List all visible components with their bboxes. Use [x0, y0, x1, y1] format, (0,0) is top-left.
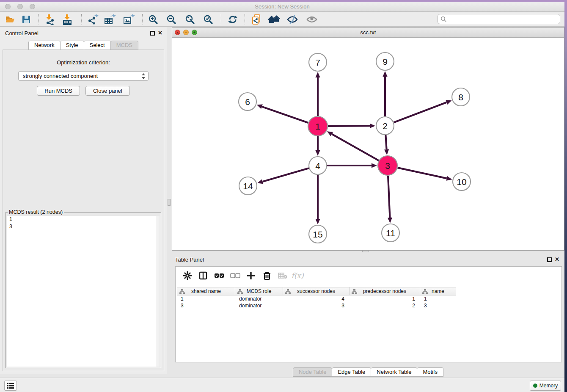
node-label-11: 11	[386, 228, 395, 238]
edge-2-3[interactable]	[385, 135, 386, 149]
table-cell[interactable]: 2	[350, 302, 420, 309]
edge-3-1[interactable]	[332, 134, 379, 161]
mcds-result-line: 3	[7, 223, 160, 230]
column-header-name[interactable]: name	[420, 287, 456, 295]
chevron-updown-icon	[141, 73, 146, 80]
tab-mcds[interactable]: MCDS	[111, 41, 138, 50]
edge-1-6[interactable]	[262, 107, 308, 123]
table-cell[interactable]: 3	[283, 302, 350, 309]
gear-icon	[183, 271, 192, 280]
import-table-icon[interactable]	[62, 14, 74, 25]
export-table-glyph	[104, 14, 116, 25]
minimize-window-icon[interactable]	[17, 4, 23, 9]
copy-network-icon[interactable]	[250, 14, 262, 25]
table-cell[interactable]: 1	[420, 295, 456, 302]
network-canvas[interactable]: 7968124314101511	[172, 38, 564, 250]
float-panel-icon[interactable]	[150, 31, 155, 36]
arrowhead-3-11	[388, 218, 392, 223]
tab-select[interactable]: Select	[84, 41, 111, 50]
edge-3-11[interactable]	[388, 176, 390, 218]
import-network-icon[interactable]	[44, 14, 56, 25]
function-builder-icon[interactable]: f(x)	[292, 270, 303, 282]
open-session-icon[interactable]	[4, 14, 16, 25]
export-image-icon[interactable]	[123, 14, 135, 25]
deselect-all-icon[interactable]	[229, 270, 241, 282]
arrowhead-3-10	[446, 176, 452, 181]
table-cell[interactable]: 3	[420, 302, 456, 309]
close-view-icon[interactable]: x	[175, 30, 180, 35]
node-label-3: 3	[385, 161, 390, 171]
edge-4-14[interactable]	[263, 168, 309, 182]
zoom-out-icon[interactable]	[165, 14, 177, 25]
hierarchy-icon	[179, 289, 185, 294]
table-cell[interactable]: 1	[350, 295, 420, 302]
tab-node-table[interactable]: Node Table	[293, 367, 333, 377]
splitter-grip-vertical[interactable]	[168, 199, 171, 206]
import-table-glyph	[62, 14, 73, 25]
column-label: MCDS role	[247, 288, 272, 294]
maximize-window-icon[interactable]	[30, 4, 35, 9]
table-options-icon[interactable]	[182, 270, 193, 282]
table-row[interactable]: 3dominator323	[177, 302, 456, 309]
edge-2-8[interactable]	[394, 102, 447, 122]
delete-row-icon[interactable]	[261, 270, 273, 282]
copy-network-glyph	[250, 14, 262, 25]
column-header-shared-name[interactable]: shared name	[177, 287, 235, 295]
table-cell[interactable]: dominator	[235, 295, 283, 302]
mcds-result-text[interactable]: 13	[7, 216, 160, 367]
show-column-icon[interactable]	[197, 270, 209, 282]
zoom-fit-icon[interactable]	[184, 14, 196, 25]
maximize-view-icon[interactable]: +	[192, 30, 197, 35]
optimization-criterion-label: Optimization criterion:	[3, 59, 164, 66]
table-row[interactable]: 1dominator411	[177, 295, 456, 302]
edge-3-10[interactable]	[397, 168, 446, 178]
column-header-MCDS-role[interactable]: MCDS role	[235, 287, 283, 295]
table-panel: Table Panel ✕	[172, 252, 564, 379]
memory-button[interactable]: Memory	[530, 381, 561, 391]
close-panel-icon[interactable]: ✕	[158, 30, 162, 36]
scrollbar[interactable]	[157, 216, 160, 367]
column-header-successor-nodes[interactable]: successor nodes	[283, 287, 350, 295]
application-window: Session: New Session	[0, 2, 564, 392]
home-layout-icon[interactable]	[268, 14, 280, 25]
search-field[interactable]	[438, 14, 560, 24]
select-all-icon[interactable]	[213, 270, 225, 282]
task-history-button[interactable]	[4, 381, 17, 391]
arrowhead-2-8	[446, 100, 451, 105]
tab-style[interactable]: Style	[61, 41, 84, 50]
export-table-icon[interactable]	[104, 14, 116, 25]
float-table-panel-icon[interactable]	[547, 257, 552, 262]
add-row-icon[interactable]	[245, 270, 257, 282]
arrowhead-4-15	[315, 219, 320, 224]
close-window-icon[interactable]	[5, 4, 11, 9]
edge-1-2[interactable]	[328, 126, 370, 126]
tab-motifs[interactable]: Motifs	[417, 367, 443, 377]
zoom-selected-icon[interactable]	[202, 14, 214, 25]
tab-network[interactable]: Network	[28, 41, 61, 50]
network-window-titlebar: x − + scc.txt	[172, 28, 564, 38]
column-header-predecessor-nodes[interactable]: predecessor nodes	[350, 287, 420, 295]
minimize-view-icon[interactable]: −	[183, 30, 189, 35]
delete-table-icon[interactable]	[277, 270, 289, 282]
export-network-icon[interactable]	[87, 14, 99, 25]
control-panel-tabs: NetworkStyleSelectMCDS	[0, 41, 167, 50]
tab-network-table[interactable]: Network Table	[371, 367, 417, 377]
table-cell[interactable]: 4	[283, 295, 350, 302]
zoom-in-icon[interactable]	[147, 14, 159, 25]
table-cell[interactable]: dominator	[235, 302, 283, 309]
table-cell[interactable]: 1	[177, 295, 235, 302]
close-panel-button[interactable]: Close panel	[85, 86, 130, 96]
hide-graphics-icon[interactable]	[286, 14, 298, 25]
close-table-panel-icon[interactable]: ✕	[555, 256, 559, 262]
node-label-4: 4	[315, 161, 320, 171]
refresh-icon[interactable]	[227, 14, 239, 25]
mcds-result-title: MCDS result (2 nodes)	[8, 209, 64, 215]
tab-edge-table[interactable]: Edge Table	[332, 367, 371, 377]
search-input[interactable]	[449, 15, 557, 23]
table-cell[interactable]: 3	[177, 302, 235, 309]
criterion-dropdown[interactable]: strongly connected component	[18, 71, 149, 81]
criterion-value: strongly connected component	[23, 73, 98, 79]
show-graphics-icon[interactable]	[306, 14, 318, 25]
run-mcds-button[interactable]: Run MCDS	[37, 86, 80, 96]
save-session-icon[interactable]	[20, 14, 32, 25]
